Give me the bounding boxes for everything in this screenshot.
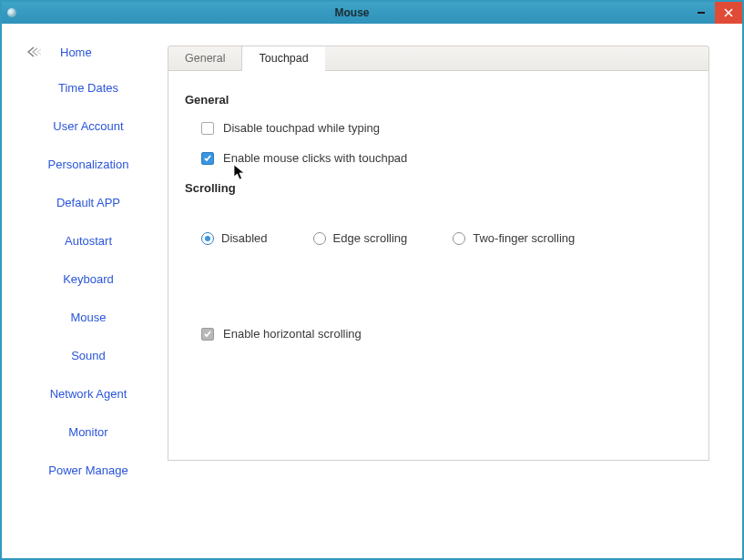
section-heading-scrolling: Scrolling [185, 181, 690, 195]
radio-label-edge: Edge scrolling [333, 231, 408, 245]
sidebar: Home Time Dates User Account Personaliza… [16, 46, 160, 536]
label-enable-horizontal: Enable horizontal scrolling [223, 327, 362, 341]
home-label: Home [60, 46, 92, 59]
section-heading-general: General [185, 93, 690, 107]
radio-label-twofinger: Two-finger scrolling [473, 231, 575, 245]
content-area: General Touchpad General Disable touchpa… [168, 46, 709, 536]
radio-input-disabled[interactable] [201, 232, 214, 245]
sidebar-item-personalization[interactable]: Personalization [48, 158, 129, 171]
sidebar-item-mouse[interactable]: Mouse [70, 311, 106, 324]
sidebar-item-power-manage[interactable]: Power Manage [48, 463, 127, 477]
titlebar: Mouse [2, 2, 742, 24]
sidebar-home[interactable]: Home [24, 46, 92, 59]
checkbox-enable-clicks[interactable] [201, 152, 214, 165]
check-icon [203, 330, 212, 339]
sidebar-item-user-account[interactable]: User Account [53, 119, 123, 133]
radio-scroll-twofinger[interactable]: Two-finger scrolling [453, 231, 575, 245]
back-icon [27, 46, 44, 59]
sidebar-item-sound[interactable]: Sound [71, 349, 106, 362]
sidebar-item-time-dates[interactable]: Time Dates [58, 81, 118, 95]
option-enable-clicks[interactable]: Enable mouse clicks with touchpad [201, 151, 690, 165]
sidebar-item-monitor[interactable]: Monitor [68, 425, 107, 439]
option-disable-while-typing[interactable]: Disable touchpad while typing [201, 121, 690, 135]
minimize-button[interactable] [688, 2, 715, 24]
sidebar-item-default-app[interactable]: Default APP [56, 196, 120, 209]
radio-input-edge[interactable] [313, 232, 326, 245]
tab-general[interactable]: General [168, 46, 242, 70]
scrolling-radio-group: Disabled Edge scrolling Two-finger scrol… [201, 231, 690, 245]
radio-input-twofinger[interactable] [453, 232, 465, 245]
window-title: Mouse [16, 6, 688, 19]
sidebar-item-network-agent[interactable]: Network Agent [50, 387, 127, 401]
cursor-icon [233, 164, 248, 182]
label-disable-while-typing: Disable touchpad while typing [223, 121, 380, 135]
sidebar-item-autostart[interactable]: Autostart [65, 234, 112, 248]
touchpad-panel: General Disable touchpad while typing En… [168, 71, 709, 461]
radio-label-disabled: Disabled [221, 231, 268, 245]
checkbox-disable-while-typing[interactable] [201, 122, 214, 135]
app-icon [7, 8, 16, 17]
tabs-bar: General Touchpad [168, 46, 709, 71]
close-button[interactable] [715, 2, 742, 24]
radio-scroll-disabled[interactable]: Disabled [201, 231, 268, 245]
option-enable-horizontal[interactable]: Enable horizontal scrolling [201, 327, 690, 341]
label-enable-clicks: Enable mouse clicks with touchpad [223, 151, 407, 165]
tab-touchpad[interactable]: Touchpad [242, 46, 324, 71]
check-icon [203, 154, 212, 163]
sidebar-item-keyboard[interactable]: Keyboard [63, 272, 114, 286]
checkbox-enable-horizontal[interactable] [201, 328, 214, 341]
radio-scroll-edge[interactable]: Edge scrolling [313, 231, 408, 245]
